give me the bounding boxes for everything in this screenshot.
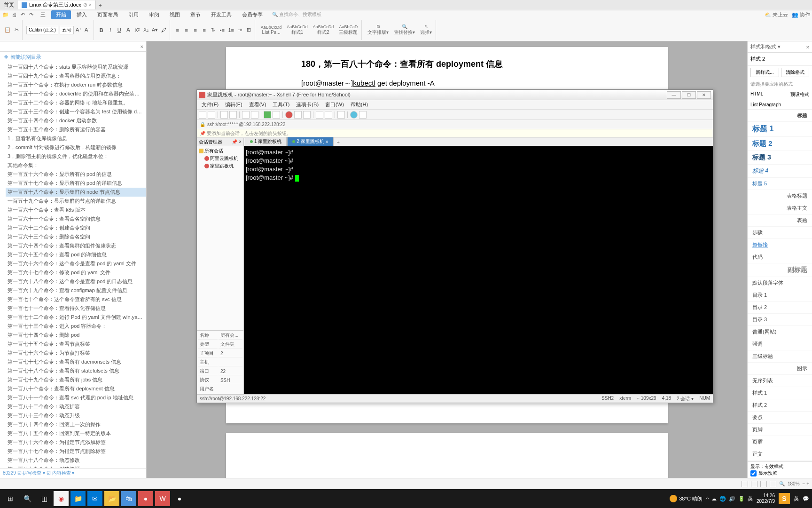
new-session-icon[interactable] [199, 111, 206, 119]
style-entry[interactable]: 标题 5 [748, 178, 812, 190]
outline-item[interactable]: 第一百八十三个命令：动态升级 [6, 411, 146, 420]
outline-item[interactable]: 第一百八十五个命令：回滚到某一特定的版本 [6, 429, 146, 438]
search-icon[interactable]: 🔍 [20, 491, 35, 506]
outline-item[interactable]: 第一百五十五个命令：删除所有运行的容器 [6, 125, 146, 134]
outline-item[interactable]: 第一百六十八个命令：这个命令是查看 pod 的日志信息 [6, 277, 146, 286]
pin-icon[interactable]: 📌 × [232, 139, 242, 144]
style-entry[interactable]: 标题 3 [748, 151, 812, 165]
battery-icon[interactable]: 🔋 [738, 496, 745, 502]
explorer-icon[interactable]: 📁 [70, 491, 86, 506]
html-preset-row[interactable]: HTML预设格式 [748, 89, 812, 100]
superscript-icon[interactable]: X² [133, 26, 141, 34]
outline-item[interactable]: 第一百八十四个命令：回滚上一次的操作 [6, 420, 146, 429]
close-icon[interactable]: ⊘ × [83, 2, 92, 8]
bold-button[interactable]: B [98, 26, 105, 34]
subscript-icon[interactable]: X₂ [142, 26, 150, 34]
add-session-tab[interactable]: + [334, 138, 343, 146]
ribbon-tab-chapter[interactable]: 章节 [186, 10, 205, 19]
notification-icon[interactable]: 💬 [803, 496, 809, 502]
style-entry[interactable]: 强调 [748, 338, 812, 350]
outline-item[interactable]: 第一百四十九个命令：查看容器的占用资源信息： [6, 71, 146, 80]
align-center-icon[interactable]: ≡ [183, 26, 190, 34]
start-button[interactable]: ⊞ [3, 491, 18, 506]
align-justify-icon[interactable]: ≡ [201, 26, 208, 34]
outline-item[interactable]: 第一百五十三个命令：创建一个容器名为 test 使用镜像 daocloud.io… [6, 107, 146, 116]
mail-icon[interactable]: ✉ [87, 491, 102, 506]
outline-item[interactable]: 第一百五十七个命令：显示所有的 pod 的详细信息 [6, 179, 146, 188]
close-tab-icon[interactable]: × [326, 139, 328, 144]
outline-item[interactable]: 第一百四十八个命令：stats 显示容器使用的系统资源 [6, 63, 146, 71]
ribbon-tab-file[interactable]: 三 [36, 10, 50, 19]
style-entry[interactable]: 页眉 [748, 436, 812, 448]
menu-edit[interactable]: 编辑(E) [222, 101, 245, 109]
decrease-font-icon[interactable]: A⁻ [84, 26, 92, 34]
style-entry[interactable]: 表题 [748, 214, 812, 227]
cloud-status[interactable]: ⛅ 未上云 [765, 11, 788, 18]
ribbon-tab-insert[interactable]: 插入 [72, 10, 92, 19]
record-icon[interactable] [285, 111, 293, 119]
font-name-select[interactable]: Calibri (正文) [26, 26, 58, 34]
outline-item[interactable]: 一百五十九个命令：显示集群的节点的详细信息 [6, 197, 146, 206]
ime-indicator[interactable]: 英 [748, 495, 753, 502]
store-icon[interactable]: 🛍 [121, 491, 136, 506]
style-entry[interactable]: 普通(网站) [748, 326, 812, 338]
menu-file[interactable]: 文件(F) [199, 101, 221, 109]
select-dropdown[interactable]: ↖选择▾ [418, 22, 434, 38]
ime-lang[interactable]: 英 [794, 495, 799, 502]
ribbon-tab-review[interactable]: 审阅 [144, 10, 164, 19]
outline-item[interactable]: 第一百七十八个命令：查看所有 statefulsets 信息 [6, 366, 146, 375]
terminal[interactable]: [root@master ~]#[root@master ~]#[root@ma… [244, 146, 713, 394]
about-icon[interactable] [359, 111, 367, 119]
outline-item[interactable]: 第一百五十六个命令：显示所有的 pod 的信息 [6, 170, 146, 179]
script-icon[interactable] [303, 111, 311, 119]
xshell-titlebar[interactable]: 家里跳板机 - root@master:~ - Xshell 7 (Free f… [197, 90, 713, 100]
style-entry[interactable]: 要点 [748, 412, 812, 424]
italic-button[interactable]: I [107, 26, 114, 34]
menu-window[interactable]: 窗口(W) [322, 101, 347, 109]
session-tab-1[interactable]: 1 家里跳板机 [245, 137, 287, 146]
outline-item[interactable]: 第一百六十个命令：查看 k8s 版本 [6, 206, 146, 214]
menu-help[interactable]: 帮助(H) [348, 101, 371, 109]
wps-icon[interactable]: W [155, 491, 170, 506]
style-entry[interactable]: 目录 1 [748, 289, 812, 302]
redo-icon[interactable]: ↷ [27, 11, 35, 18]
outline-item[interactable]: 第一百八十七个命令：为指定节点删除标签 [6, 447, 146, 456]
style-entry[interactable]: 表格标题 [748, 190, 812, 202]
chevron-up-icon[interactable]: ^ [706, 496, 709, 501]
disconnect-icon[interactable] [229, 111, 237, 119]
close-panel-icon[interactable]: × [141, 44, 143, 49]
outline-item[interactable]: 第一百五十四个命令：docker 启动参数 [6, 116, 146, 125]
ribbon-tab-member[interactable]: 会员专享 [237, 10, 267, 19]
outline-item[interactable]: 第一百七十九个命令：查看所有 jobs 信息 [6, 375, 146, 384]
style-entry[interactable]: 目录 3 [748, 314, 812, 326]
zoom-in-icon[interactable]: − + [803, 481, 809, 486]
ribbon-search[interactable]: 🔍 查找命令、搜索模板 [272, 11, 321, 18]
outline-item[interactable]: 1，查看私有仓库镜像信息 [6, 134, 146, 143]
style-entry[interactable]: 图示 [748, 363, 812, 375]
outline-item[interactable]: 第一百六十四个命令：查看集群的组件健康状态 [6, 241, 146, 250]
home-tab[interactable]: 首页 [0, 0, 18, 9]
print-icon[interactable]: 🖨 [10, 11, 18, 18]
tile-icon[interactable] [337, 111, 345, 119]
find-replace-dropdown[interactable]: 🔍查找替换▾ [392, 22, 417, 38]
session-tab-2[interactable]: 2 家里跳板机 × [287, 137, 333, 146]
style-preview-2[interactable]: AaBbCcDd样式1 [285, 23, 310, 38]
onedrive-icon[interactable]: ☁ [711, 496, 717, 502]
outline-item[interactable]: 第一百六十五个命令：查看 pod 的详细信息 [6, 250, 146, 259]
reconnect-icon[interactable] [220, 111, 228, 119]
increase-font-icon[interactable]: A⁺ [75, 26, 83, 34]
document-tab[interactable]: Linux 命令第三版.docx ⊘ × [18, 0, 96, 9]
align-left-icon[interactable]: ≡ [174, 26, 181, 34]
outline-item[interactable]: 第一百五十八个命令：显示集群的 node 节点信息 [6, 188, 146, 197]
style-entry[interactable]: 标题 2 [748, 137, 812, 151]
strike-icon[interactable]: A̵ [125, 26, 132, 34]
stop-icon[interactable] [294, 111, 302, 119]
color-icon[interactable] [264, 111, 271, 119]
style-entry[interactable]: 步骤 [748, 227, 812, 239]
xshell-address[interactable]: ssh://root:******@192.168.222.128:22 [207, 122, 285, 127]
copy-icon[interactable] [242, 111, 250, 119]
view-mode-icon[interactable] [742, 481, 748, 487]
tree-item[interactable]: 家里跳板机 [198, 162, 242, 170]
align-right-icon[interactable]: ≡ [192, 26, 199, 34]
weather-widget[interactable]: 38°C 晴朗 [670, 495, 703, 502]
